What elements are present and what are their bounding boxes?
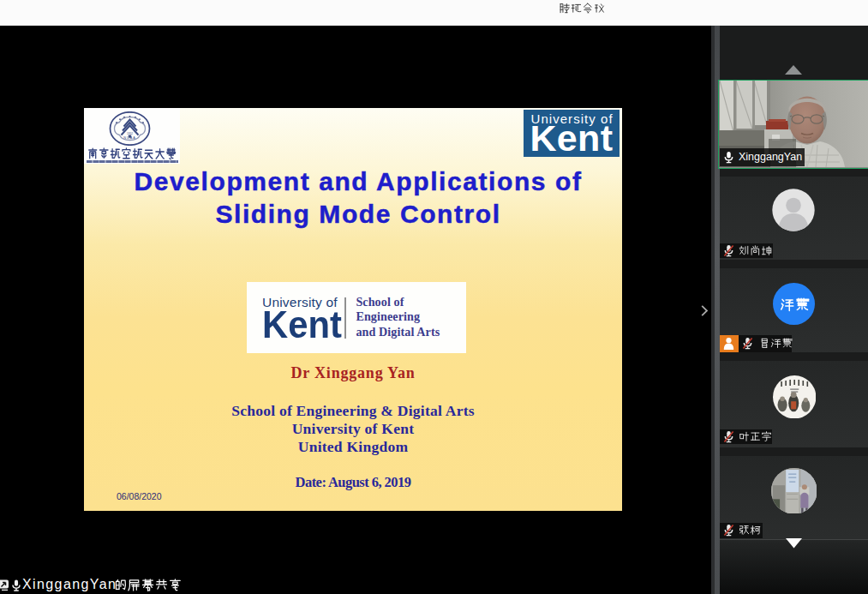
svg-text:1952: 1952	[127, 132, 133, 135]
svg-text:NUAA: NUAA	[123, 136, 136, 140]
